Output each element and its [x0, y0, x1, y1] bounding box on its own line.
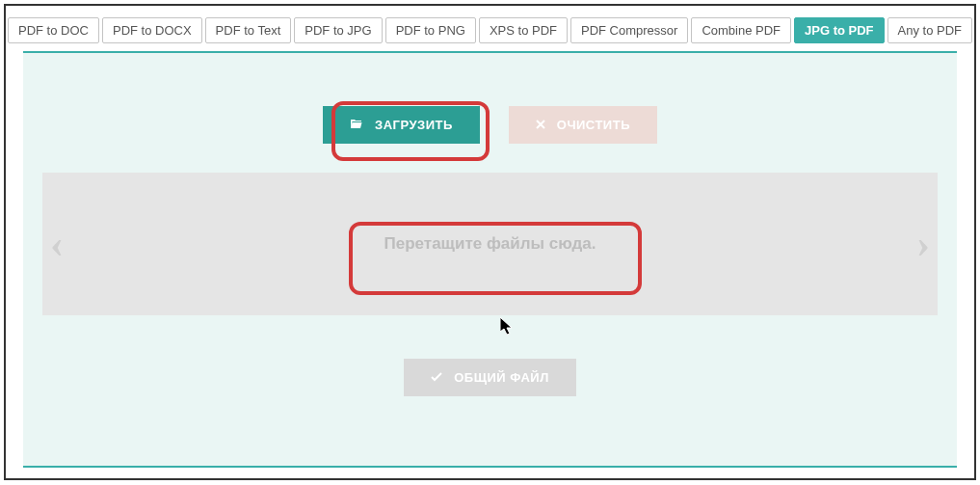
- bottom-buttons: ОБЩИЙ ФАЙЛ: [23, 359, 957, 396]
- combined-file-button[interactable]: ОБЩИЙ ФАЙЛ: [404, 359, 576, 396]
- next-arrow[interactable]: ›: [916, 221, 930, 267]
- upload-button-label: ЗАГРУЗИТЬ: [375, 118, 453, 132]
- clear-button-label: ОЧИСТИТЬ: [557, 118, 630, 132]
- dropzone[interactable]: ‹ Перетащите файлы сюда. ›: [42, 173, 938, 315]
- tab-xps-to-pdf[interactable]: XPS to PDF: [479, 17, 568, 43]
- tabs-bar: PDF to DOC PDF to DOCX PDF to Text PDF t…: [6, 6, 974, 43]
- tab-jpg-to-pdf[interactable]: JPG to PDF: [794, 17, 885, 43]
- tab-pdf-to-text[interactable]: PDF to Text: [205, 17, 292, 43]
- clear-button[interactable]: ОЧИСТИТЬ: [509, 106, 657, 144]
- prev-arrow[interactable]: ‹: [50, 221, 64, 267]
- tab-pdf-to-png[interactable]: PDF to PNG: [385, 17, 476, 43]
- tab-pdf-to-doc[interactable]: PDF to DOC: [8, 17, 99, 43]
- tab-combine-pdf[interactable]: Combine PDF: [691, 17, 791, 43]
- action-buttons: ЗАГРУЗИТЬ ОЧИСТИТЬ: [23, 106, 957, 144]
- combined-file-label: ОБЩИЙ ФАЙЛ: [454, 370, 549, 385]
- content-area: ЗАГРУЗИТЬ ОЧИСТИТЬ ‹ Перетащите файлы сю…: [23, 51, 957, 468]
- app-frame: PDF to DOC PDF to DOCX PDF to Text PDF t…: [4, 4, 976, 480]
- upload-button[interactable]: ЗАГРУЗИТЬ: [323, 106, 480, 144]
- tab-pdf-compressor[interactable]: PDF Compressor: [570, 17, 688, 43]
- tab-pdf-to-docx[interactable]: PDF to DOCX: [102, 17, 202, 43]
- dropzone-text: Перетащите файлы сюда.: [384, 234, 596, 254]
- folder-open-icon: [350, 118, 363, 132]
- check-icon: [431, 371, 442, 385]
- tab-any-to-pdf[interactable]: Any to PDF: [887, 17, 972, 43]
- tab-pdf-to-jpg[interactable]: PDF to JPG: [294, 17, 382, 43]
- close-icon: [536, 119, 545, 132]
